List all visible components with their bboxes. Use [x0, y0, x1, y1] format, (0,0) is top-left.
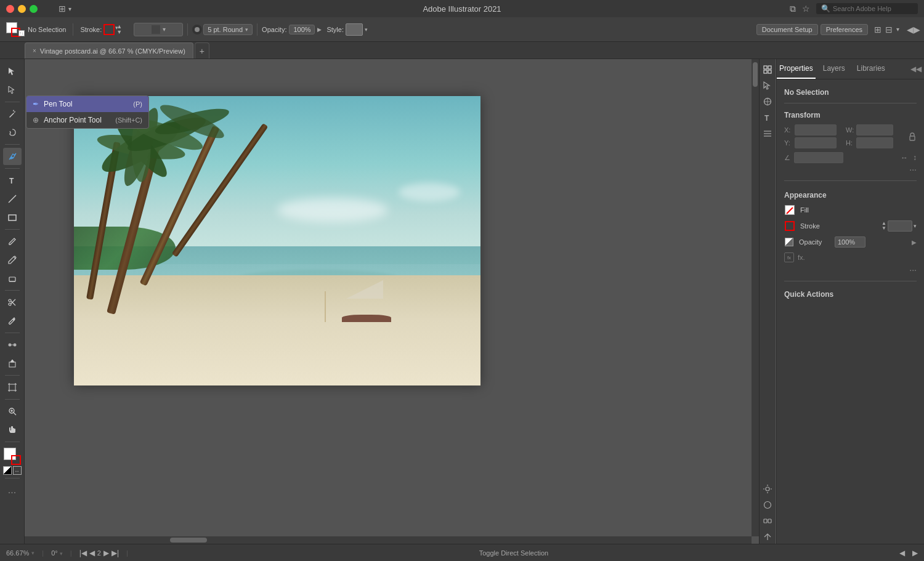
window-mode-icon[interactable]: ⧉	[790, 4, 796, 14]
opacity-app-input[interactable]: 100%	[835, 236, 865, 248]
angle-chevron[interactable]: ▾	[60, 551, 63, 557]
collapse-right-panel[interactable]: ◀▶	[907, 25, 920, 34]
stroke-up-icon[interactable]: ▲▼	[881, 221, 886, 231]
minimize-button[interactable]	[18, 5, 26, 13]
search-bar[interactable]: 🔍	[816, 3, 918, 14]
arrange-chevron-icon[interactable]: ▾	[68, 6, 71, 12]
angle-input[interactable]	[794, 152, 843, 163]
props-link-icon[interactable]	[761, 514, 774, 528]
hand-tool[interactable]	[3, 421, 22, 438]
stroke-chevron-icon[interactable]: ▾	[115, 25, 118, 31]
tab-libraries[interactable]: Libraries	[853, 59, 890, 79]
opacity-input[interactable]: 100%	[289, 25, 315, 34]
direct-selection-tool[interactable]	[3, 81, 22, 99]
style-swatch[interactable]	[346, 23, 363, 36]
stroke-appearance-icon[interactable]	[785, 221, 795, 231]
swap-icon[interactable]: ↔	[13, 466, 22, 475]
default-colors-icon[interactable]	[3, 466, 12, 475]
y-input[interactable]	[795, 137, 837, 148]
more-tools-button[interactable]: ···	[3, 484, 22, 501]
fill-icon[interactable]	[785, 205, 795, 215]
stroke-color-box[interactable]	[11, 455, 21, 465]
first-page-btn[interactable]: |◀	[79, 549, 87, 557]
artboard-tool[interactable]	[3, 379, 22, 396]
zoom-tool[interactable]	[3, 403, 22, 420]
props-properties-icon[interactable]	[761, 63, 774, 76]
stroke-color-swatch[interactable]: ▾	[103, 24, 115, 35]
stroke-color-box[interactable]: ▾	[134, 23, 183, 36]
view-chevron[interactable]: ▾	[896, 26, 899, 33]
magic-wand-tool[interactable]	[3, 105, 22, 123]
stroke-color-chevron[interactable]: ▾	[163, 26, 166, 33]
arrange-icon[interactable]: ⊞	[874, 25, 881, 34]
new-tab-button[interactable]: +	[195, 42, 209, 59]
v-scroll-thumb[interactable]	[753, 62, 758, 87]
zoom-chevron[interactable]: ▾	[31, 550, 34, 556]
opacity-chevron[interactable]: ▶	[317, 26, 322, 33]
opacity-expand-btn[interactable]: ▶	[912, 239, 917, 246]
color-swatches[interactable]: ↑↓	[6, 22, 23, 37]
w-input[interactable]	[856, 124, 893, 135]
props-direct-sel-icon[interactable]	[761, 79, 774, 92]
stroke-weight-stepper[interactable]: ▲▼	[116, 23, 129, 36]
paintbrush-tool[interactable]	[3, 233, 22, 250]
line-tool[interactable]	[3, 190, 22, 208]
toggle-next-btn[interactable]: ▶	[912, 549, 918, 557]
pen-tool[interactable]	[3, 148, 22, 165]
prev-page-btn[interactable]: ◀	[89, 549, 95, 557]
anchor-point-tool-option[interactable]: ⊕ Anchor Point Tool (Shift+C)	[26, 112, 148, 128]
maximize-button[interactable]	[30, 5, 38, 13]
selection-tool[interactable]	[3, 63, 22, 80]
x-input[interactable]	[795, 124, 837, 135]
swap-colors-icon[interactable]: ↑↓	[18, 30, 25, 36]
search-input[interactable]	[833, 5, 913, 12]
style-chevron[interactable]: ▾	[365, 26, 368, 33]
document-setup-button[interactable]: Document Setup	[756, 24, 818, 35]
fx-icon[interactable]: fx	[784, 252, 794, 262]
notification-icon[interactable]: ☆	[802, 4, 810, 14]
transform-more-btn[interactable]: ···	[909, 164, 917, 174]
tab-layers[interactable]: Layers	[816, 59, 853, 79]
toggle-prev-btn[interactable]: ◀	[899, 549, 905, 557]
props-circle-icon[interactable]	[761, 95, 774, 108]
props-text-icon[interactable]: T	[761, 111, 774, 124]
lasso-tool[interactable]	[3, 124, 22, 141]
pencil-tool[interactable]	[3, 251, 22, 268]
eraser-tool[interactable]	[3, 270, 22, 287]
panel-collapse-btn[interactable]: ◀◀	[910, 65, 922, 73]
next-page-btn[interactable]: ▶	[103, 549, 109, 557]
close-button[interactable]	[6, 5, 14, 13]
h-input[interactable]	[856, 137, 893, 148]
props-align-icon[interactable]	[761, 127, 774, 140]
arrange-windows-icon[interactable]: ⊞	[59, 4, 66, 14]
tab-close-icon[interactable]: ×	[33, 47, 36, 54]
appearance-more-btn[interactable]: ···	[909, 265, 917, 275]
stroke-type-chevron[interactable]: ▾	[914, 223, 917, 229]
scissors-tool[interactable]	[3, 294, 22, 311]
props-sphere-icon[interactable]	[761, 498, 774, 512]
stroke-weight-input[interactable]	[888, 220, 912, 232]
flip-vertical-icon[interactable]: ↕	[913, 153, 917, 162]
rectangle-tool[interactable]	[3, 209, 22, 226]
document-tab[interactable]: × Vintage postcard.ai @ 66.67 % (CMYK/Pr…	[25, 42, 193, 59]
transform-lock-row: X: W: Y: H:	[777, 122, 924, 151]
svg-line-24	[14, 413, 16, 415]
horizontal-scrollbar[interactable]	[25, 536, 752, 544]
h-scroll-thumb[interactable]	[170, 538, 207, 543]
preferences-button[interactable]: Preferences	[821, 24, 868, 35]
vertical-scrollbar[interactable]	[752, 59, 759, 536]
blend-tool[interactable]	[3, 336, 22, 353]
view-mode-icon[interactable]: ⊟	[885, 25, 893, 34]
pen-tool-option[interactable]: ✒ Pen Tool (P)	[26, 96, 148, 112]
last-page-btn[interactable]: ▶|	[111, 549, 119, 557]
eyedropper-tool[interactable]	[3, 312, 22, 329]
text-tool[interactable]: T	[3, 172, 22, 189]
props-share-icon[interactable]	[761, 530, 774, 544]
brush-type-selector[interactable]: 5 pt. Round ▾	[203, 24, 253, 35]
props-sun-icon[interactable]	[761, 482, 774, 496]
flip-horizontal-icon[interactable]: ↔	[901, 153, 908, 162]
canvas-area[interactable]	[25, 59, 759, 544]
tab-properties[interactable]: Properties	[777, 59, 816, 79]
constrain-lock[interactable]	[908, 132, 917, 141]
live-paint-tool[interactable]	[3, 355, 22, 372]
